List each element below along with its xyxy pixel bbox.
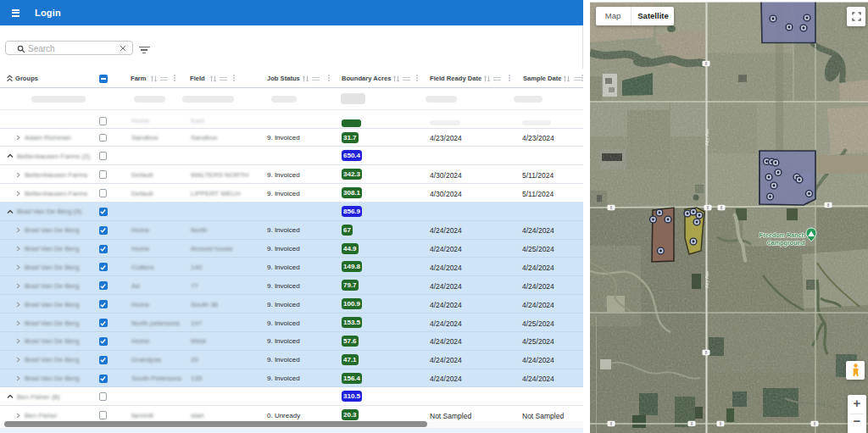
svg-text:Airy Ave: Airy Ave [704, 129, 709, 146]
svg-text:Freedom Ranch: Freedom Ranch [760, 231, 805, 239]
svg-text:Airy Ave: Airy Ave [704, 271, 709, 288]
svg-text:Campground: Campground [767, 239, 805, 247]
